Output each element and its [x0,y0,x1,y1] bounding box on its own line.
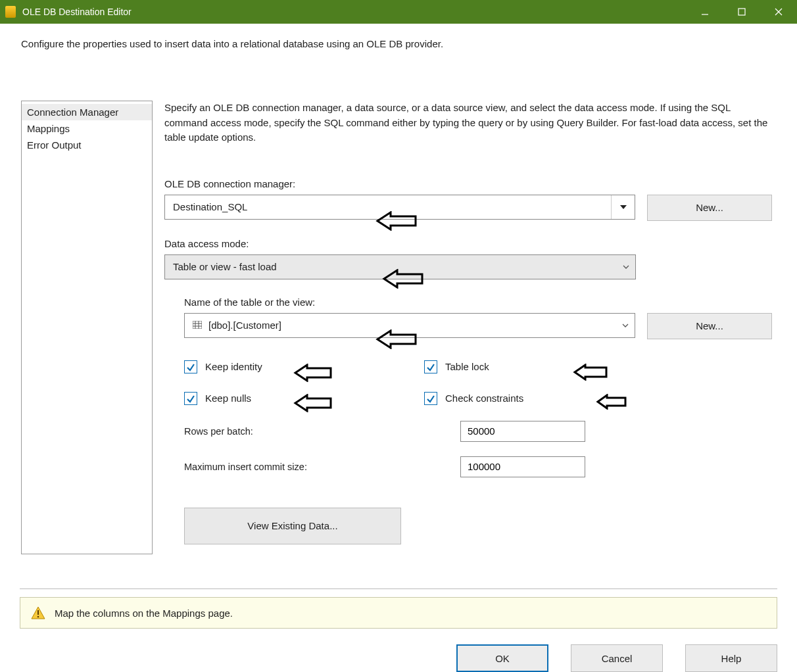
close-icon [775,8,783,16]
sidebar-item-error-output[interactable]: Error Output [22,137,152,153]
table-name-value: [dbo].[Customer] [208,320,281,331]
view-existing-data-label: View Existing Data... [247,520,337,531]
batch-settings: Rows per batch: Maximum insert commit si… [184,421,772,477]
new-connection-button[interactable]: New... [647,195,772,221]
svg-point-12 [37,616,39,618]
keep-identity-checkbox[interactable]: Keep identity [184,360,404,373]
max-commit-size-input[interactable] [460,456,585,477]
page-description: Configure the properties used to insert … [21,38,776,49]
window: OLE DB Destination Editor Configure the … [0,0,797,672]
chevron-down-icon [616,314,635,337]
sidebar-item-mappings[interactable]: Mappings [22,120,152,137]
connection-manager-dropdown[interactable]: Destination_SQL [164,195,635,220]
data-access-mode-dropdown[interactable]: Table or view - fast load [164,254,636,279]
warning-text: Map the columns on the Mappings page. [55,608,233,619]
table-name-block: Name of the table or the view: [dbo].[Cu… [184,297,772,339]
checkbox-icon [184,392,197,405]
checkbox-icon [184,360,197,373]
cancel-button[interactable]: Cancel [571,644,663,672]
chevron-down-icon [611,195,635,219]
sidebar-item-label: Error Output [27,139,82,151]
main-panel: Specify an OLE DB connection manager, a … [164,101,776,582]
table-lock-checkbox[interactable]: Table lock [424,360,644,373]
keep-nulls-label: Keep nulls [205,393,251,404]
data-access-mode-block: Data access mode: Table or view - fast l… [164,238,772,279]
table-name-dropdown[interactable]: [dbo].[Customer] [184,313,635,338]
content-area: Configure the properties used to insert … [0,24,797,582]
keep-nulls-checkbox[interactable]: Keep nulls [184,392,404,405]
check-constraints-label: Check constraints [445,393,523,404]
svg-rect-5 [193,321,202,329]
warning-icon [31,606,45,619]
checkbox-icon [424,360,437,373]
sidebar-item-label: Connection Manager [27,107,118,118]
new-table-label: New... [696,320,723,331]
connection-manager-value: Destination_SQL [173,201,247,212]
checkbox-icon [424,392,437,405]
connection-manager-block: OLE DB connection manager: Destination_S… [164,178,772,221]
instruction-text: Specify an OLE DB connection manager, a … [164,101,772,145]
rows-per-batch-label: Rows per batch: [184,426,460,437]
svg-marker-4 [620,205,627,209]
separator [20,588,777,589]
fast-load-options: Keep identity Table lock Keep nulls Chec… [184,360,644,405]
window-controls [687,0,797,24]
keep-identity-label: Keep identity [205,361,262,372]
body-row: Connection Manager Mappings Error Output… [21,101,776,582]
table-lock-label: Table lock [445,361,489,372]
svg-rect-1 [738,9,745,15]
help-button[interactable]: Help [685,644,777,672]
cancel-label: Cancel [602,653,633,664]
minimize-button[interactable] [687,0,723,24]
max-commit-size-label: Maximum insert commit size: [184,462,460,472]
ok-button[interactable]: OK [456,644,548,672]
ok-label: OK [495,653,510,664]
warning-bar: Map the columns on the Mappings page. [20,597,777,629]
table-name-label: Name of the table or the view: [184,297,772,308]
data-access-mode-value: Table or view - fast load [173,261,277,272]
window-title: OLE DB Destination Editor [22,7,687,17]
sidebar-item-label: Mappings [27,123,70,134]
titlebar: OLE DB Destination Editor [0,0,797,24]
maximize-button[interactable] [723,0,760,24]
maximize-icon [738,8,746,16]
view-existing-data-button[interactable]: View Existing Data... [184,508,401,544]
minimize-icon [701,8,709,16]
help-label: Help [721,653,742,664]
close-button[interactable] [760,0,797,24]
check-constraints-checkbox[interactable]: Check constraints [424,392,644,405]
sidebar: Connection Manager Mappings Error Output [21,101,153,554]
chevron-down-icon [617,255,635,279]
rows-per-batch-input[interactable] [460,421,585,442]
table-icon [193,320,202,331]
app-icon [5,6,16,18]
data-access-mode-label: Data access mode: [164,238,772,249]
new-table-button[interactable]: New... [647,313,772,339]
connection-manager-label: OLE DB connection manager: [164,178,772,189]
new-connection-label: New... [696,202,723,213]
footer-buttons: OK Cancel Help [0,629,797,672]
sidebar-item-connection-manager[interactable]: Connection Manager [22,104,152,120]
